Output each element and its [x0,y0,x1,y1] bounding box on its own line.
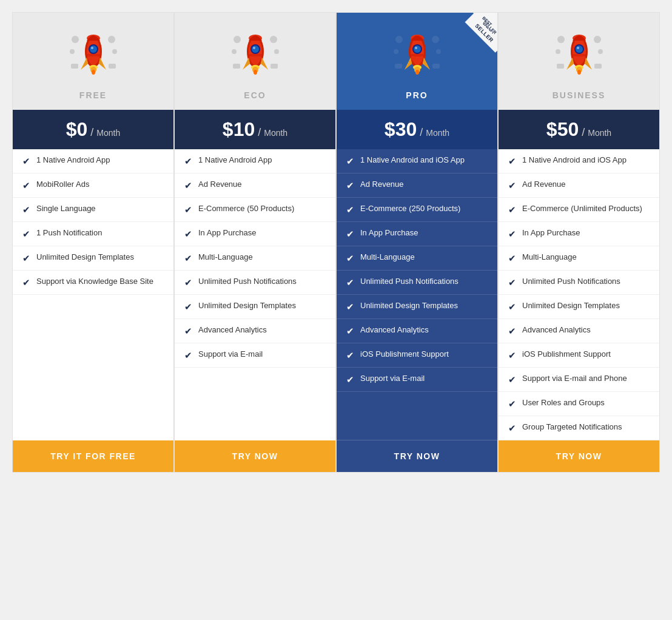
svg-point-10 [90,45,97,53]
feature-text: 1 Push Notification [36,228,102,237]
check-icon: ✔ [346,156,354,167]
feature-text: iOS Publishment Support [360,349,449,359]
feature-item: ✔1 Native Android and iOS App [499,149,659,174]
feature-item: ✔MobiRoller Ads [13,174,173,198]
plan-features-business: ✔1 Native Android and iOS App✔Ad Revenue… [499,149,659,440]
feature-item: ✔Advanced Analytics [499,319,659,343]
feature-text: 1 Native Android App [198,155,272,164]
check-icon: ✔ [346,277,354,288]
plan-price-bar-business: $50 / Month [499,110,659,149]
check-icon: ✔ [22,253,30,264]
price-amount: $30 [385,118,417,140]
svg-point-45 [414,45,421,53]
feature-item: ✔1 Native Android App [175,149,335,174]
feature-item: ✔Multi-Language [499,246,659,271]
check-icon: ✔ [508,326,516,337]
svg-point-55 [556,49,560,54]
svg-point-62 [577,47,579,49]
check-icon: ✔ [508,229,516,240]
plan-header-eco: ECO [175,13,335,110]
check-icon: ✔ [22,156,30,167]
feature-text: In App Purchase [522,228,580,237]
cta-button-free[interactable]: TRY IT FOR FREE [13,440,173,472]
pricing-grid: FREE$0 / Month✔1 Native Android App✔Mobi… [12,12,660,473]
feature-text: Unlimited Design Templates [198,301,296,310]
price-period: Month [426,128,449,138]
svg-point-16 [234,36,241,43]
svg-point-0 [72,36,79,43]
price-amount: $10 [223,118,255,140]
svg-point-17 [270,36,277,43]
feature-item: ✔Ad Revenue [175,174,335,198]
svg-point-20 [232,49,237,54]
svg-point-27 [253,47,255,49]
svg-point-65 [577,70,581,75]
check-icon: ✔ [346,253,354,264]
plan-name-pro: PRO [406,90,428,100]
feature-text: Advanced Analytics [360,325,429,334]
svg-point-14 [92,70,95,75]
svg-point-4 [70,49,75,54]
feature-item: ✔1 Native Android App [13,149,173,174]
check-icon: ✔ [22,180,30,191]
feature-item: ✔Unlimited Design Templates [499,295,659,319]
feature-text: iOS Publishment Support [522,349,611,359]
svg-point-46 [415,47,417,49]
check-icon: ✔ [508,350,516,361]
cta-button-business[interactable]: TRY NOW [499,440,659,472]
feature-text: Multi-Language [198,252,253,261]
feature-item: ✔Support via Knowledge Base Site [13,271,173,295]
check-icon: ✔ [508,204,516,215]
price-divider: / [87,126,96,138]
feature-item: ✔In App Purchase [337,222,497,246]
price-amount: $0 [66,118,88,140]
feature-text: Single Language [36,204,96,213]
svg-rect-15 [87,54,100,56]
feature-item: ✔Group Targeted Notifications [499,416,659,440]
best-seller-badge: BEST SELLER [449,13,497,61]
feature-text: Advanced Analytics [198,325,267,334]
feature-text: Unlimited Design Templates [360,301,458,310]
feature-text: Ad Revenue [198,180,242,189]
feature-text: Support via E-mail [360,374,425,383]
plan-header-business: BUSINESS [499,13,659,110]
svg-point-11 [91,47,93,49]
feature-text: MobiRoller Ads [36,180,89,189]
feature-item: ✔In App Purchase [499,222,659,246]
feature-item: ✔Support via E-mail and Phone [499,368,659,392]
feature-text: Unlimited Push Notifications [360,277,459,286]
plan-features-free: ✔1 Native Android App✔MobiRoller Ads✔Sin… [13,149,173,440]
price-amount: $50 [546,118,579,140]
plan-header-pro: BEST SELLER PRO [337,13,497,110]
svg-point-5 [112,49,117,54]
plan-price-bar-pro: $30 / Month [337,110,497,149]
feature-item: ✔Unlimited Push Notifications [337,271,497,295]
svg-rect-19 [270,64,278,69]
cta-button-eco[interactable]: TRY NOW [175,440,335,472]
svg-point-52 [594,36,601,43]
check-icon: ✔ [22,229,30,240]
check-icon: ✔ [346,302,354,312]
cta-button-pro[interactable]: TRY NOW [337,440,497,472]
check-icon: ✔ [346,180,354,191]
feature-item: ✔E-Commerce (50 Products) [175,198,335,222]
check-icon: ✔ [22,277,30,288]
feature-item: ✔Ad Revenue [499,174,659,198]
check-icon: ✔ [508,399,516,409]
svg-point-26 [252,45,259,53]
check-icon: ✔ [184,204,192,215]
price-divider: / [255,126,264,138]
svg-point-49 [415,70,419,75]
check-icon: ✔ [508,302,516,312]
svg-rect-3 [109,64,116,69]
feature-item: ✔Multi-Language [337,246,497,271]
plan-features-pro: ✔1 Native Android and iOS App✔Ad Revenue… [337,149,497,440]
svg-rect-38 [432,64,440,69]
plan-card-eco: ECO$10 / Month✔1 Native Android App✔Ad R… [174,12,336,473]
svg-point-51 [557,36,565,43]
feature-text: Multi-Language [522,252,577,261]
check-icon: ✔ [508,374,516,385]
check-icon: ✔ [184,277,192,288]
feature-item: ✔1 Push Notification [13,222,173,246]
check-icon: ✔ [346,326,354,337]
